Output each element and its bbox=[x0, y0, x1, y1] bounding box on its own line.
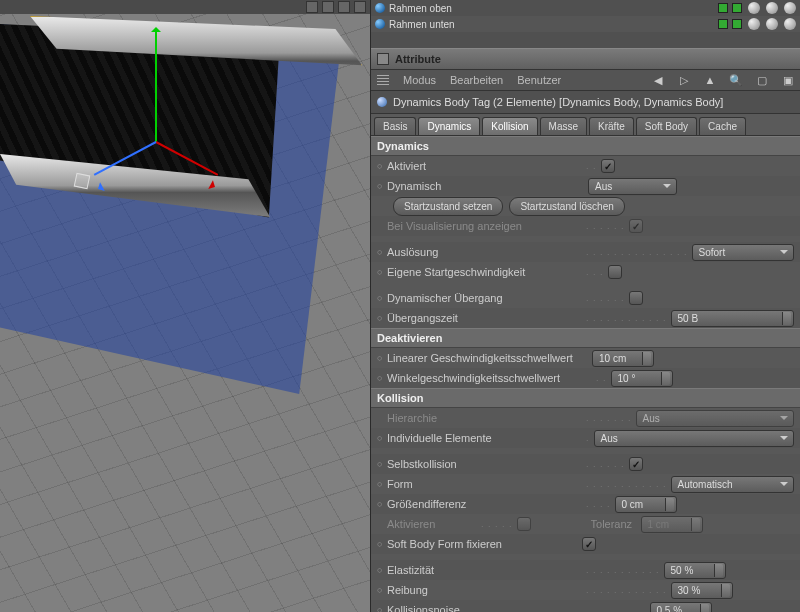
label-aktiviert: Aktiviert bbox=[387, 160, 582, 172]
axis-y[interactable] bbox=[155, 32, 157, 142]
selection-title: Dynamics Body Tag (2 Elemente) [Dynamics… bbox=[371, 91, 800, 114]
vp-icon[interactable] bbox=[322, 1, 334, 13]
section-kollision: Kollision bbox=[371, 388, 800, 408]
label-selbstkollision: Selbstkollision bbox=[387, 458, 582, 470]
tag-icon[interactable] bbox=[748, 2, 760, 14]
vp-icon[interactable] bbox=[338, 1, 350, 13]
input-linear[interactable]: 10 cm bbox=[592, 350, 654, 367]
viewport-toolbar bbox=[0, 0, 370, 15]
render-toggle[interactable] bbox=[732, 3, 742, 13]
input-groessendiff[interactable]: 0 cm bbox=[615, 496, 677, 513]
checkbox-selbstkollision[interactable] bbox=[629, 457, 643, 471]
label-ausloesung: Auslösung bbox=[387, 246, 582, 258]
tab-kraefte[interactable]: Kräfte bbox=[589, 117, 634, 135]
tab-softbody[interactable]: Soft Body bbox=[636, 117, 697, 135]
label-groessendiff: Größendifferenz bbox=[387, 498, 582, 510]
tag-icon[interactable] bbox=[784, 18, 796, 30]
label-form: Form bbox=[387, 478, 582, 490]
panel-title: Attribute bbox=[395, 53, 441, 65]
tag-icon[interactable] bbox=[766, 2, 778, 14]
attribute-tabs: Basis Dynamics Kollision Masse Kräfte So… bbox=[371, 114, 800, 136]
tab-kollision[interactable]: Kollision bbox=[482, 117, 537, 135]
tree-item-label: Rahmen unten bbox=[389, 19, 455, 30]
select-hierarchie: Aus bbox=[636, 410, 794, 427]
button-startzustand-setzen[interactable]: Startzustand setzen bbox=[393, 197, 503, 216]
button-startzustand-loeschen[interactable]: Startzustand löschen bbox=[509, 197, 624, 216]
input-elastizitaet[interactable]: 50 % bbox=[664, 562, 726, 579]
label-toleranz: Toleranz bbox=[591, 518, 641, 530]
gizmo-origin-icon[interactable] bbox=[74, 173, 91, 190]
tree-row[interactable]: Rahmen unten bbox=[371, 16, 800, 32]
checkbox-k-aktivieren bbox=[517, 517, 531, 531]
select-individuelle[interactable]: Aus bbox=[594, 430, 794, 447]
label-winkel: Winkelgeschwindigkeitsschwellwert bbox=[387, 372, 592, 384]
back-icon[interactable]: ◀ bbox=[652, 74, 664, 86]
input-winkel[interactable]: 10 ° bbox=[611, 370, 673, 387]
forward-icon[interactable]: ▷ bbox=[678, 74, 690, 86]
label-dynamisch: Dynamisch bbox=[387, 180, 582, 192]
tag-icon[interactable] bbox=[784, 2, 796, 14]
up-icon[interactable]: ▲ bbox=[704, 74, 716, 86]
attribute-panel-header: Attribute bbox=[371, 48, 800, 70]
label-uebergangszeit: Übergangszeit bbox=[387, 312, 582, 324]
tab-cache[interactable]: Cache bbox=[699, 117, 746, 135]
attribute-menu-bar: Modus Bearbeiten Benutzer ◀ ▷ ▲ 🔍 ▢ ▣ bbox=[371, 70, 800, 91]
checkbox-eigene-start[interactable] bbox=[608, 265, 622, 279]
menu-bearbeiten[interactable]: Bearbeiten bbox=[450, 74, 503, 86]
input-kollisionsnoise[interactable]: 0.5 % bbox=[650, 602, 712, 613]
object-icon bbox=[375, 3, 385, 13]
list-icon[interactable] bbox=[377, 75, 389, 85]
selection-title-text: Dynamics Body Tag (2 Elemente) [Dynamics… bbox=[393, 96, 723, 108]
label-k-aktivieren: Aktivieren bbox=[387, 518, 477, 530]
checkbox-visualisierung bbox=[629, 219, 643, 233]
select-ausloesung[interactable]: Sofort bbox=[692, 244, 794, 261]
panel-toggle-icon[interactable] bbox=[377, 53, 389, 65]
tag-icon[interactable] bbox=[748, 18, 760, 30]
label-dyn-uebergang: Dynamischer Übergang bbox=[387, 292, 582, 304]
label-elastizitaet: Elastizität bbox=[387, 564, 582, 576]
label-individuelle: Individuelle Elemente bbox=[387, 432, 582, 444]
label-hierarchie: Hierarchie bbox=[387, 412, 582, 424]
tree-item-label: Rahmen oben bbox=[389, 3, 452, 14]
input-reibung[interactable]: 30 % bbox=[671, 582, 733, 599]
search-icon[interactable]: 🔍 bbox=[730, 74, 742, 86]
new-window-icon[interactable]: ▣ bbox=[782, 74, 794, 86]
select-form[interactable]: Automatisch bbox=[671, 476, 794, 493]
object-tree[interactable]: Rahmen oben Rahmen unten bbox=[371, 0, 800, 48]
tree-row[interactable]: Rahmen oben bbox=[371, 0, 800, 16]
input-uebergangszeit[interactable]: 50 B bbox=[671, 310, 794, 327]
select-dynamisch[interactable]: Aus bbox=[588, 178, 677, 195]
tag-type-icon bbox=[377, 97, 387, 107]
visibility-toggle[interactable] bbox=[718, 19, 728, 29]
object-icon bbox=[375, 19, 385, 29]
vp-icon[interactable] bbox=[306, 1, 318, 13]
lock-icon[interactable]: ▢ bbox=[756, 74, 768, 86]
label-kollisionsnoise: Kollisionsnoise bbox=[387, 604, 582, 612]
tag-icon[interactable] bbox=[766, 18, 778, 30]
label-reibung: Reibung bbox=[387, 584, 582, 596]
visibility-toggle[interactable] bbox=[718, 3, 728, 13]
checkbox-softbody-fix[interactable] bbox=[582, 537, 596, 551]
label-bei-visualisierung: Bei Visualisierung anzeigen bbox=[387, 220, 582, 232]
viewport-3d[interactable] bbox=[0, 0, 370, 612]
input-toleranz: 1 cm bbox=[641, 516, 703, 533]
menu-modus[interactable]: Modus bbox=[403, 74, 436, 86]
tree-row bbox=[371, 32, 800, 48]
menu-benutzer[interactable]: Benutzer bbox=[517, 74, 561, 86]
checkbox-aktiviert[interactable] bbox=[601, 159, 615, 173]
label-eigene-start: Eigene Startgeschwindigkeit bbox=[387, 266, 582, 278]
vp-icon[interactable] bbox=[354, 1, 366, 13]
tab-dynamics[interactable]: Dynamics bbox=[418, 117, 480, 135]
tab-masse[interactable]: Masse bbox=[540, 117, 587, 135]
section-deaktivieren: Deaktivieren bbox=[371, 328, 800, 348]
label-softbody-fix: Soft Body Form fixieren bbox=[387, 538, 582, 550]
label-linear: Linearer Geschwindigkeitsschwellwert bbox=[387, 352, 592, 364]
viewport-canvas[interactable] bbox=[0, 14, 370, 612]
render-toggle[interactable] bbox=[732, 19, 742, 29]
checkbox-dyn-uebergang[interactable] bbox=[629, 291, 643, 305]
tab-basis[interactable]: Basis bbox=[374, 117, 416, 135]
section-dynamics: Dynamics bbox=[371, 136, 800, 156]
axis-y-arrow-icon bbox=[151, 22, 161, 32]
